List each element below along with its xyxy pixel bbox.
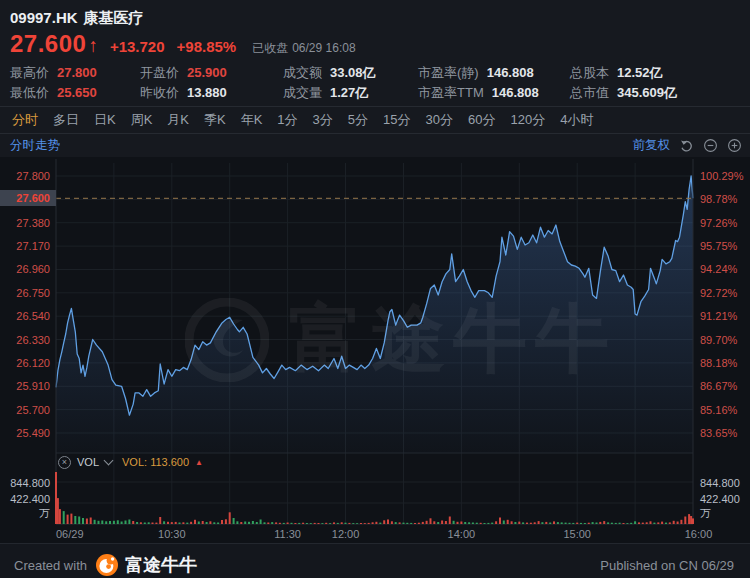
close-indicator-icon[interactable]: × <box>58 456 71 469</box>
percent-axis-label: 94.24% <box>700 262 750 276</box>
stat-value: 146.808 <box>487 65 534 80</box>
minute-trend-link[interactable]: 分时走势 <box>10 137 60 154</box>
percent-axis-label: 83.65% <box>700 426 750 440</box>
volume-indicator-header: × VOL VOL: 113.600 ▲ <box>58 454 203 470</box>
tab-月K[interactable]: 月K <box>167 111 189 129</box>
brand-name: 富途牛牛 <box>125 553 197 577</box>
market-status-text: 已收盘 <box>252 41 288 55</box>
volume-axis-label: 844.800 <box>0 476 50 490</box>
percent-axis-label: 91.21% <box>700 309 750 323</box>
time-axis-label: 14:00 <box>448 528 476 540</box>
stat-cell: 总股本12.52亿 <box>570 64 663 82</box>
percent-axis-label: 92.72% <box>700 286 750 300</box>
stat-label: 总股本 <box>570 64 609 82</box>
percent-axis-label: 86.67% <box>700 379 750 393</box>
percent-axis-label: 97.26% <box>700 216 750 230</box>
time-axis-label: 15:00 <box>563 528 591 540</box>
intraday-chart[interactable]: 富途牛牛 × VOL VOL: 113.600 ▲ 27.800100.29%2… <box>0 157 750 543</box>
stat-value: 345.609亿 <box>617 84 677 102</box>
price-change: +13.720 <box>110 38 165 55</box>
price-row: 27.600 ↑ +13.720 +98.85% 已收盘06/29 16:08 <box>10 30 750 56</box>
volume-axis-label: 万 <box>700 506 750 520</box>
tab-15分[interactable]: 15分 <box>383 111 410 129</box>
chevron-down-icon[interactable] <box>104 455 114 465</box>
stat-cell: 市盈率(静)146.808 <box>418 64 534 82</box>
chart-canvas[interactable] <box>0 157 750 543</box>
percent-axis-label: 100.29% <box>700 169 750 183</box>
stock-name: 康基医疗 <box>84 9 144 26</box>
stat-label: 市盈率TTM <box>418 84 484 102</box>
percent-axis-label: 85.16% <box>700 403 750 417</box>
indicator-name[interactable]: VOL <box>77 456 99 468</box>
price-axis-label: 27.170 <box>0 239 50 253</box>
price-change-pct: +98.85% <box>177 38 237 55</box>
tab-分时[interactable]: 分时 <box>12 111 38 129</box>
price-axis-label: 25.910 <box>0 379 50 393</box>
tab-30分[interactable]: 30分 <box>426 111 453 129</box>
zoom-in-icon[interactable] <box>727 138 742 153</box>
volume-axis-label: 422.400 <box>0 492 50 506</box>
price-axis-label: 25.700 <box>0 403 50 417</box>
tab-年K[interactable]: 年K <box>241 111 263 129</box>
period-tab-bar: 分时多日日K周K月K季K年K1分3分5分15分30分60分120分4小时 <box>0 107 750 134</box>
price-axis-label: 27.380 <box>0 216 50 230</box>
tab-多日[interactable]: 多日 <box>53 111 79 129</box>
price-axis-label: 25.490 <box>0 426 50 440</box>
stat-label: 市盈率(静) <box>418 64 479 82</box>
stat-cell: 市盈率TTM146.808 <box>418 84 539 102</box>
tab-1分[interactable]: 1分 <box>277 111 297 129</box>
percent-axis-label: 95.75% <box>700 239 750 253</box>
time-axis-label: 11:30 <box>274 528 301 540</box>
price-axis-label: 26.120 <box>0 356 50 370</box>
stat-label: 最高价 <box>10 64 49 82</box>
stat-label: 开盘价 <box>140 64 179 82</box>
tab-3分[interactable]: 3分 <box>313 111 333 129</box>
stat-label: 成交额 <box>283 64 322 82</box>
percent-axis-label: 98.78% <box>700 192 750 206</box>
volume-value-label: VOL: 113.600 <box>122 456 189 468</box>
reset-undo-icon[interactable] <box>679 138 694 153</box>
tab-120分[interactable]: 120分 <box>510 111 545 129</box>
price-axis-label: 26.750 <box>0 286 50 300</box>
stat-value: 13.880 <box>187 85 227 100</box>
stat-cell: 最低价25.650 <box>10 84 97 102</box>
price-axis-label: 27.800 <box>0 169 50 183</box>
stat-cell: 开盘价25.900 <box>140 64 227 82</box>
tab-周K[interactable]: 周K <box>131 111 153 129</box>
footer: Created with 富途牛牛 Published on CN 06/29 <box>0 543 750 578</box>
futu-stock-chart-page: 09997.HK康基医疗 27.600 ↑ +13.720 +98.85% 已收… <box>0 0 750 578</box>
stat-cell: 昨收价13.880 <box>140 84 227 102</box>
stat-value: 146.808 <box>492 85 539 100</box>
chart-subbar: 分时走势 前复权 <box>0 134 750 157</box>
stat-value: 27.800 <box>57 65 97 80</box>
published-text: Published on CN 06/29 <box>600 558 734 573</box>
volume-axis-label: 844.800 <box>700 476 750 490</box>
forward-adjust-link[interactable]: 前复权 <box>633 137 671 154</box>
stat-cell: 总市值345.609亿 <box>570 84 677 102</box>
stat-value: 1.27亿 <box>330 84 368 102</box>
stock-symbol: 09997.HK <box>10 9 78 26</box>
price-axis-label: 26.960 <box>0 262 50 276</box>
tab-5分[interactable]: 5分 <box>348 111 368 129</box>
tab-季K[interactable]: 季K <box>204 111 226 129</box>
stat-value: 25.650 <box>57 85 97 100</box>
market-status: 已收盘06/29 16:08 <box>252 40 359 57</box>
created-with-text: Created with <box>14 558 87 573</box>
stat-label: 成交量 <box>283 84 322 102</box>
time-axis-label: 12:00 <box>332 528 360 540</box>
zoom-out-icon[interactable] <box>703 138 718 153</box>
stock-header: 09997.HK康基医疗 27.600 ↑ +13.720 +98.85% 已收… <box>0 0 750 56</box>
price-axis-label: 26.330 <box>0 333 50 347</box>
stat-label: 总市值 <box>570 84 609 102</box>
time-axis-label: 06/29 <box>56 528 84 540</box>
price-axis-label: 26.540 <box>0 309 50 323</box>
stock-title: 09997.HK康基医疗 <box>10 9 750 27</box>
tab-60分[interactable]: 60分 <box>468 111 495 129</box>
tab-日K[interactable]: 日K <box>94 111 116 129</box>
time-axis-label: 10:30 <box>158 528 186 540</box>
tab-4小时[interactable]: 4小时 <box>560 111 593 129</box>
stat-value: 25.900 <box>187 65 227 80</box>
up-arrow-icon: ↑ <box>88 35 98 57</box>
volume-axis-label: 万 <box>0 506 50 520</box>
price-axis-label-current: 27.600 <box>0 190 56 206</box>
